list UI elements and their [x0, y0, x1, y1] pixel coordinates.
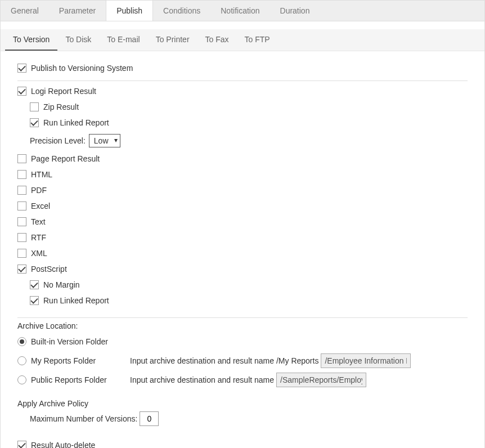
tab-notification[interactable]: Notification — [210, 1, 270, 21]
run-linked-report-label-2: Run Linked Report — [43, 296, 109, 305]
zip-result-checkbox[interactable] — [30, 102, 39, 111]
tab-duration[interactable]: Duration — [270, 1, 320, 21]
subtab-to-version[interactable]: To Version — [5, 29, 57, 51]
rtf-checkbox[interactable] — [17, 233, 26, 242]
subtab-to-disk[interactable]: To Disk — [57, 29, 99, 51]
html-label: HTML — [31, 170, 52, 179]
public-reports-folder-label: Public Reports Folder — [31, 375, 107, 384]
run-linked-report-checkbox-1[interactable] — [30, 118, 39, 127]
primary-tabs: General Parameter Publish Conditions Not… — [0, 0, 485, 21]
page-report-result-checkbox[interactable] — [17, 154, 26, 163]
max-versions-input[interactable] — [140, 411, 159, 426]
precision-level-select[interactable]: Low — [89, 134, 120, 147]
public-reports-desc: Input archive destination and result nam… — [130, 375, 274, 384]
pdf-label: PDF — [31, 186, 47, 195]
subtab-to-fax[interactable]: To Fax — [197, 29, 237, 51]
run-linked-report-checkbox-2[interactable] — [30, 296, 39, 305]
pdf-checkbox[interactable] — [17, 186, 26, 195]
text-checkbox[interactable] — [17, 217, 26, 226]
text-label: Text — [31, 217, 46, 226]
run-linked-report-label-1: Run Linked Report — [43, 118, 109, 127]
public-reports-path-input[interactable] — [276, 373, 366, 387]
my-reports-folder-radio[interactable] — [17, 356, 26, 365]
tab-publish[interactable]: Publish — [106, 1, 153, 21]
publish-subtabs: To Version To Disk To E-mail To Printer … — [1, 29, 484, 51]
xml-label: XML — [31, 249, 47, 258]
divider — [17, 317, 468, 318]
my-reports-folder-label: My Reports Folder — [31, 356, 96, 365]
page-report-result-label: Page Report Result — [31, 154, 100, 163]
logi-report-result-checkbox[interactable] — [17, 87, 26, 96]
publish-to-versioning-checkbox[interactable] — [17, 64, 26, 73]
result-auto-delete-label: Result Auto-delete — [31, 441, 95, 448]
to-version-content: Publish to Versioning System Logi Report… — [1, 51, 484, 448]
xml-checkbox[interactable] — [17, 249, 26, 258]
publish-panel: To Version To Disk To E-mail To Printer … — [0, 21, 485, 448]
divider — [17, 80, 468, 81]
tab-general[interactable]: General — [1, 1, 49, 21]
subtab-to-printer[interactable]: To Printer — [148, 29, 197, 51]
subtab-to-ftp[interactable]: To FTP — [237, 29, 278, 51]
public-reports-folder-radio[interactable] — [17, 375, 26, 384]
builtin-folder-label: Built-in Version Folder — [31, 337, 108, 346]
logi-report-result-label: Logi Report Result — [31, 87, 96, 96]
publish-to-versioning-label: Publish to Versioning System — [31, 64, 133, 73]
result-auto-delete-checkbox[interactable] — [17, 441, 26, 448]
excel-checkbox[interactable] — [17, 201, 26, 210]
tab-conditions[interactable]: Conditions — [153, 1, 210, 21]
postscript-checkbox[interactable] — [17, 265, 26, 274]
max-versions-label: Maximum Number of Versions: — [30, 414, 137, 423]
subtab-to-email[interactable]: To E-mail — [99, 29, 147, 51]
excel-label: Excel — [31, 201, 50, 210]
rtf-label: RTF — [31, 233, 46, 242]
html-checkbox[interactable] — [17, 170, 26, 179]
tab-parameter[interactable]: Parameter — [49, 1, 106, 21]
apply-archive-policy-heading: Apply Archive Policy — [17, 399, 468, 408]
no-margin-label: No Margin — [43, 280, 80, 289]
my-reports-path-input[interactable] — [321, 353, 411, 368]
builtin-folder-radio[interactable] — [17, 337, 26, 346]
my-reports-desc: Input archive destination and result nam… — [130, 356, 318, 365]
zip-result-label: Zip Result — [43, 102, 79, 111]
no-margin-checkbox[interactable] — [30, 280, 39, 289]
postscript-label: PostScript — [31, 265, 67, 274]
archive-location-heading: Archive Location: — [17, 321, 468, 330]
precision-level-label: Precision Level: — [30, 136, 86, 145]
